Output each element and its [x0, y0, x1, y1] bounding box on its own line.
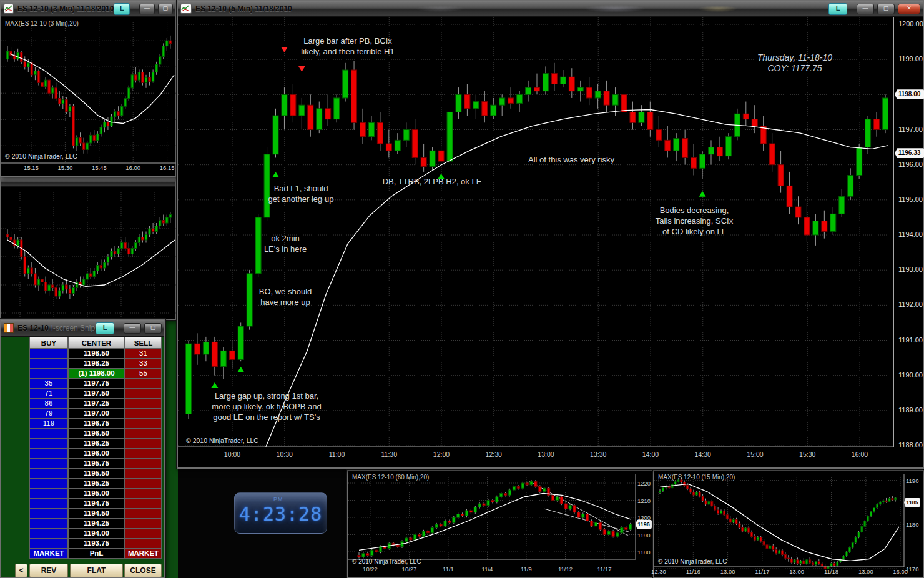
moving-average-line [10, 54, 174, 123]
dom-price-cell: 1193.75 [68, 539, 125, 549]
dom-sell-cell[interactable]: 55 [125, 369, 162, 379]
price-axis: 1200.001199.001198.001197.001196.001195.… [893, 17, 924, 447]
dom-buy-cell[interactable]: 35 [29, 379, 68, 389]
link-button[interactable]: L [828, 3, 847, 15]
price-label: 1188.00 [898, 441, 923, 449]
dom-price-cell: 1197.00 [68, 409, 125, 419]
dom-buy-cell[interactable]: 86 [29, 399, 68, 409]
window-chart-15min: MAX(ES 12-10 (15 Min),20) © 2010 NinjaTr… [653, 470, 924, 578]
time-label: 13:00 [717, 568, 739, 575]
dom-sell-cell[interactable] [125, 489, 162, 499]
time-label: 11/12 [554, 566, 577, 572]
dom-sell-cell[interactable] [125, 379, 162, 389]
close-position-button[interactable]: CLOSE [124, 564, 162, 577]
down-arrow-marker [281, 47, 288, 52]
last-price-tag: 1196.33 [895, 148, 924, 158]
indicator-label: MAX(ES 12-10 (60 Min),20) [352, 474, 429, 481]
maximize-button[interactable]: ▢ [158, 4, 173, 14]
dom-buy-cell[interactable] [29, 459, 68, 469]
dom-buy-cell[interactable] [29, 469, 68, 479]
price-label: 1196.00 [898, 161, 923, 168]
titlebar[interactable]: ES 12-10 (5 Min) 11/18/2010 L — ▢ ✕ [178, 1, 923, 17]
copyright-label: © 2010 NinjaTrader, LLC [658, 558, 727, 565]
back-button[interactable]: < [15, 564, 27, 577]
time-label: 12:30 [647, 568, 670, 575]
dom-buy-cell[interactable]: 119 [29, 419, 68, 429]
price-label: 1189.00 [898, 406, 923, 414]
dom-buy-cell[interactable] [29, 519, 68, 529]
time-label: 11/17 [593, 566, 616, 572]
minimize-button[interactable]: — [857, 4, 874, 14]
dom-sell-cell[interactable] [125, 439, 162, 449]
dom-sell-cell[interactable] [125, 479, 162, 489]
dom-sell-cell[interactable]: 33 [125, 359, 162, 369]
price-label: 1197.00 [898, 126, 923, 133]
titlebar[interactable] [1, 178, 175, 187]
chart-canvas[interactable] [1, 186, 178, 320]
dom-price-cell: 1195.00 [68, 489, 125, 499]
dom-sell-cell[interactable] [125, 509, 162, 519]
dom-buy-cell[interactable] [29, 499, 68, 509]
dom-sell-cell[interactable] [125, 529, 162, 539]
dom-buy-cell[interactable] [29, 449, 68, 459]
time-label: 11/9 [515, 566, 538, 572]
dom-buy-cell[interactable] [29, 489, 68, 499]
minimize-button[interactable]: — [139, 4, 154, 14]
dom-sell-cell[interactable] [125, 499, 162, 509]
titlebar[interactable]: ES 12-10 (3 Min) 11/18/2010 L — ▢ [1, 1, 175, 17]
dom-buy-cell[interactable] [29, 349, 68, 359]
time-label: 16:00 [889, 568, 912, 575]
flatten-button[interactable]: FLAT [70, 564, 123, 577]
dom-sell-cell[interactable] [125, 459, 162, 469]
dom-sell-cell[interactable] [125, 389, 162, 399]
maximize-button[interactable]: ▢ [144, 323, 162, 334]
dom-sell-cell[interactable] [125, 519, 162, 529]
dom-buy-cell[interactable] [29, 439, 68, 449]
dom-price-cell: 1194.25 [68, 519, 125, 529]
dom-buy-cell[interactable] [29, 509, 68, 519]
dom-buy-cell[interactable]: MARKET [29, 549, 68, 559]
link-button[interactable]: L [114, 3, 130, 15]
dom-buy-cell[interactable] [29, 369, 68, 379]
titlebar[interactable]: ES 12-10 l-screen Snip L — ▢ [1, 320, 164, 337]
dom-sell-cell[interactable] [125, 419, 162, 429]
dom-buy-cell[interactable] [29, 359, 68, 369]
time-label: 16:15 [156, 164, 179, 171]
reverse-button[interactable]: REV [29, 564, 68, 577]
snip-ghost-text: l-screen Snip [51, 324, 95, 332]
dom-sell-cell[interactable] [125, 399, 162, 409]
maximize-button[interactable]: ▢ [877, 4, 895, 14]
time-label: 11/4 [476, 566, 499, 572]
dom-ladder: BUYCENTERSELL1198.50311198.2533(1) 1198.… [29, 337, 162, 559]
last-price-tag: 1198.00 [895, 89, 924, 99]
close-button[interactable]: ✕ [898, 4, 920, 14]
dom-price-cell: 1198.50 [68, 349, 125, 359]
dom-sell-cell[interactable] [125, 469, 162, 479]
dom-sell-cell[interactable] [125, 539, 162, 549]
window-chart-2min [0, 177, 177, 320]
copyright-label: © 2010 NinjaTrader, LLC [352, 558, 421, 565]
chart-canvas[interactable] [178, 17, 895, 447]
link-button[interactable]: L [96, 322, 114, 334]
dom-sell-cell[interactable]: MARKET [125, 549, 162, 559]
dom-buy-cell[interactable] [29, 479, 68, 489]
dom-buy-cell[interactable] [29, 529, 68, 539]
dom-sell-cell[interactable]: 31 [125, 349, 162, 359]
minimize-button[interactable]: — [124, 323, 141, 334]
dom-sell-cell[interactable] [125, 449, 162, 459]
time-label: 14:30 [689, 451, 717, 458]
price-label: 1190.00 [898, 371, 923, 379]
price-label: 1200.00 [898, 20, 923, 27]
dom-price-cell: (1) 1198.00 [68, 369, 125, 379]
dom-buy-cell[interactable]: 79 [29, 409, 68, 419]
dom-header: SELL [125, 337, 162, 349]
dom-buy-cell[interactable] [29, 539, 68, 549]
time-label: 10/27 [398, 566, 421, 572]
dom-buy-cell[interactable] [29, 429, 68, 439]
moving-average-line [660, 484, 899, 561]
dom-buy-cell[interactable]: 71 [29, 389, 68, 399]
dom-sell-cell[interactable] [125, 429, 162, 439]
dom-sell-cell[interactable] [125, 409, 162, 419]
up-arrow-marker [699, 191, 706, 197]
chart-canvas[interactable] [1, 17, 178, 164]
